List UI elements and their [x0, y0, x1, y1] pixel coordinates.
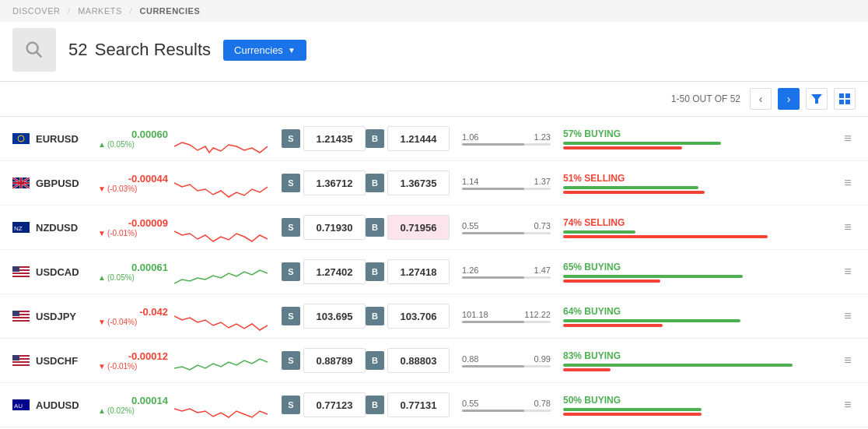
sell-price: 0.88789	[303, 348, 366, 373]
change-pct-text: (-0.03%)	[107, 185, 137, 193]
table-row[interactable]: USDCAD 0.00061 ▲ (0.05%) S 1.27402 B 1.2…	[0, 250, 868, 294]
sell-button[interactable]: S	[282, 262, 300, 281]
sentiment-label: 50% BUYING	[563, 395, 840, 406]
change-value: 0.00014	[98, 395, 168, 406]
next-page-button[interactable]: ›	[778, 88, 800, 110]
sell-sentiment-bar	[563, 368, 611, 371]
row-menu-button[interactable]: ≡	[840, 398, 856, 412]
buy-button[interactable]: B	[366, 262, 384, 281]
row-menu-button[interactable]: ≡	[840, 220, 856, 234]
buy-sentiment-bar	[563, 230, 635, 234]
buy-button[interactable]: B	[366, 129, 384, 148]
sentiment-column: 74% SELLING	[557, 217, 840, 238]
sentiment-bars	[563, 275, 840, 283]
price-chart	[174, 167, 268, 199]
currencies-filter-button[interactable]: Currencies ▼	[223, 40, 306, 61]
row-menu-button[interactable]: ≡	[840, 176, 856, 190]
change-value: 0.00060	[98, 128, 168, 140]
row-menu-button[interactable]: ≡	[840, 265, 856, 279]
sell-column[interactable]: S 1.36712	[282, 171, 366, 195]
buy-button[interactable]: B	[366, 174, 384, 192]
change-pct: ▼ (-0.01%)	[98, 229, 168, 237]
price-chart	[174, 301, 268, 332]
results-number: 52	[68, 40, 87, 59]
buy-column[interactable]: B 1.27418	[366, 259, 450, 284]
results-label: Search Results	[95, 40, 211, 59]
change-value: -0.00012	[98, 350, 168, 362]
change-pct-text: (-0.01%)	[107, 229, 137, 237]
table-row[interactable]: EURUSD 0.00060 ▲ (0.05%) S 1.21435 B 1.2…	[0, 117, 868, 161]
table-row[interactable]: USDJPY -0.042 ▼ (-0.04%) S 103.695 B 103…	[0, 294, 868, 339]
buy-price: 0.88803	[387, 348, 450, 373]
row-menu-button[interactable]: ≡	[840, 132, 856, 146]
sell-column[interactable]: S 1.27402	[282, 259, 366, 284]
buy-sentiment-bar	[563, 408, 702, 411]
table-row[interactable]: NZ NZDUSD -0.00009 ▼ (-0.01%) S 0.71930 …	[0, 206, 868, 250]
range-column: 1.141.37	[456, 177, 557, 190]
buy-sentiment-bar	[563, 186, 698, 189]
range-column: 0.550.78	[456, 399, 557, 412]
sentiment-label: 65% BUYING	[563, 262, 840, 273]
buy-column[interactable]: B 1.21444	[366, 126, 450, 151]
grid-view-button[interactable]	[834, 88, 856, 110]
svg-text:NZ: NZ	[14, 225, 23, 232]
price-chart	[174, 123, 268, 154]
buy-button[interactable]: B	[366, 218, 384, 237]
currencies-dropdown-caret: ▼	[288, 46, 296, 55]
buy-column[interactable]: B 1.36735	[366, 171, 450, 195]
range-column: 1.061.23	[456, 132, 557, 146]
table-row[interactable]: AU AUDUSD 0.00014 ▲ (0.02%) S 0.77123 B …	[0, 383, 868, 427]
sell-button[interactable]: S	[282, 396, 300, 414]
buy-sentiment-bar	[563, 275, 743, 278]
change-column: 0.00061 ▲ (0.05%)	[98, 262, 168, 282]
price-chart	[174, 212, 268, 243]
sentiment-label: 51% SELLING	[563, 173, 840, 184]
sell-button[interactable]: S	[282, 218, 300, 237]
buy-button[interactable]: B	[366, 307, 384, 325]
sell-column[interactable]: S 0.88789	[282, 348, 366, 373]
change-pct: ▼ (-0.03%)	[98, 185, 168, 193]
breadcrumb-discover[interactable]: DISCOVER	[12, 6, 60, 16]
buy-button[interactable]: B	[366, 396, 384, 414]
table-row[interactable]: GBPUSD -0.00044 ▼ (-0.03%) S 1.36712 B 1…	[0, 161, 868, 206]
row-menu-button[interactable]: ≡	[840, 353, 856, 367]
svg-rect-5	[839, 100, 844, 104]
change-arrow: ▼	[98, 362, 106, 371]
prev-page-button[interactable]: ‹	[750, 88, 772, 110]
sell-button[interactable]: S	[282, 307, 300, 325]
sell-button[interactable]: S	[282, 351, 300, 370]
price-chart	[174, 345, 268, 376]
symbol-label: AUDUSD	[36, 399, 98, 411]
sell-column[interactable]: S 0.77123	[282, 392, 366, 417]
pagination-text: 1-50 OUT OF 52	[671, 93, 740, 104]
filter-icon-button[interactable]	[806, 88, 828, 110]
flag-icon	[12, 355, 36, 366]
buy-button[interactable]: B	[366, 351, 384, 370]
buy-column[interactable]: B 0.71956	[366, 215, 450, 240]
buy-column[interactable]: B 103.706	[366, 304, 450, 329]
sentiment-bars	[563, 142, 840, 149]
buy-column[interactable]: B 0.88803	[366, 348, 450, 373]
flag-icon: NZ	[12, 222, 36, 233]
change-arrow: ▲	[98, 140, 106, 149]
buy-sentiment-bar	[563, 142, 721, 145]
breadcrumb-markets[interactable]: MARKETS	[78, 6, 122, 16]
flag-icon	[12, 133, 36, 144]
sell-button[interactable]: S	[282, 174, 300, 192]
sell-column[interactable]: S 103.695	[282, 304, 366, 329]
change-column: -0.00044 ▼ (-0.03%)	[98, 173, 168, 193]
change-value: -0.042	[98, 306, 168, 318]
change-pct-text: (-0.01%)	[107, 362, 137, 371]
buy-sentiment-bar	[563, 364, 793, 367]
sell-column[interactable]: S 1.21435	[282, 126, 366, 151]
change-column: 0.00060 ▲ (0.05%)	[98, 128, 168, 149]
table-row[interactable]: USDCHF -0.00012 ▼ (-0.01%) S 0.88789 B 0…	[0, 339, 868, 383]
change-pct: ▲ (0.02%)	[98, 406, 168, 415]
buy-price: 103.706	[387, 304, 450, 329]
flag-icon: AU	[12, 399, 36, 410]
row-menu-button[interactable]: ≡	[840, 309, 856, 323]
sell-button[interactable]: S	[282, 129, 300, 148]
svg-rect-7	[12, 133, 30, 144]
buy-column[interactable]: B 0.77131	[366, 392, 450, 417]
sell-column[interactable]: S 0.71930	[282, 215, 366, 240]
